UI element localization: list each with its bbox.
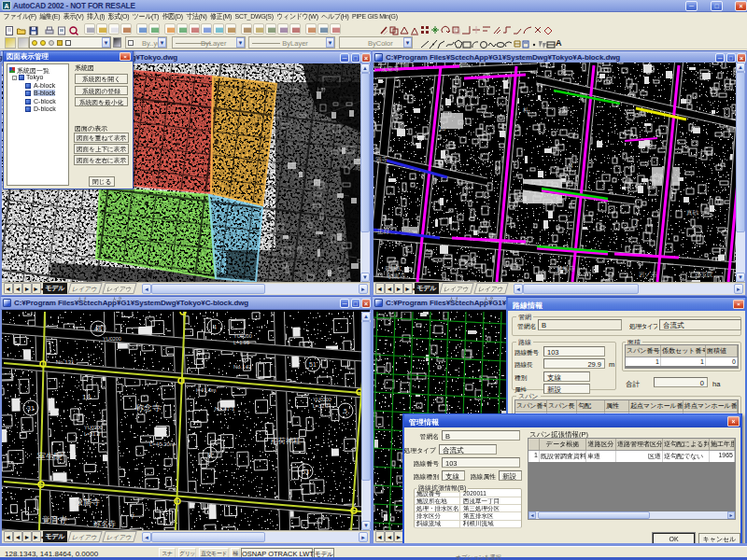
svg-text:YU0200: YU0200	[84, 425, 103, 430]
svg-text:53: 53	[302, 469, 309, 475]
svg-text:l=41.0m: l=41.0m	[196, 387, 217, 393]
svg-text:真砂: 真砂	[686, 209, 699, 217]
svg-text:No.47-1: No.47-1	[215, 406, 235, 412]
svg-text:YU0200: YU0200	[233, 333, 252, 339]
svg-text:L=1.95: L=1.95	[233, 340, 249, 345]
svg-text:4: 4	[213, 324, 217, 330]
svg-text:初恵寺: 初恵寺	[388, 273, 406, 279]
svg-text:満寺: 満寺	[375, 156, 388, 163]
svg-text:No.142: No.142	[233, 364, 252, 370]
svg-text:上野: 上野	[316, 87, 327, 92]
svg-text:5: 5	[344, 408, 347, 414]
svg-text:正宝院: 正宝院	[695, 271, 713, 278]
svg-text:8: 8	[208, 452, 212, 458]
svg-text:岩ノ谷: 岩ノ谷	[639, 271, 657, 278]
svg-text:18: 18	[82, 393, 91, 401]
svg-text:稲荷神社: 稲荷神社	[271, 437, 301, 445]
svg-text:L=40.20m: L=40.20m	[149, 441, 175, 447]
svg-text:L=32.7: L=32.7	[313, 403, 329, 409]
svg-text:7: 7	[131, 513, 134, 520]
svg-text:18: 18	[439, 125, 446, 132]
svg-text:浅空寺: 浅空寺	[381, 65, 400, 73]
svg-text:室生院: 室生院	[37, 452, 63, 461]
svg-text:覚音寺: 覚音寺	[42, 515, 67, 525]
svg-text:L=31.0: L=31.0	[84, 431, 100, 437]
svg-text:最勝3: 最勝3	[385, 265, 401, 272]
svg-text:最勝寺: 最勝寺	[74, 497, 100, 507]
svg-text:51: 51	[309, 361, 317, 368]
svg-text:31: 31	[27, 405, 35, 412]
svg-text:YU0200: YU0200	[103, 336, 121, 342]
svg-text:称念寺: 称念寺	[135, 403, 161, 413]
svg-text:No.131: No.131	[56, 359, 75, 365]
svg-text:称名寺: 称名寺	[92, 520, 116, 528]
svg-text:YU0200: YU0200	[313, 397, 331, 402]
svg-text:暴風寺: 暴風寺	[557, 265, 575, 272]
svg-text:48: 48	[94, 326, 102, 332]
svg-text:札: 札	[522, 106, 529, 113]
svg-text:正行: 正行	[377, 228, 390, 234]
svg-text:4: 4	[570, 162, 573, 169]
svg-text:7: 7	[635, 218, 639, 225]
